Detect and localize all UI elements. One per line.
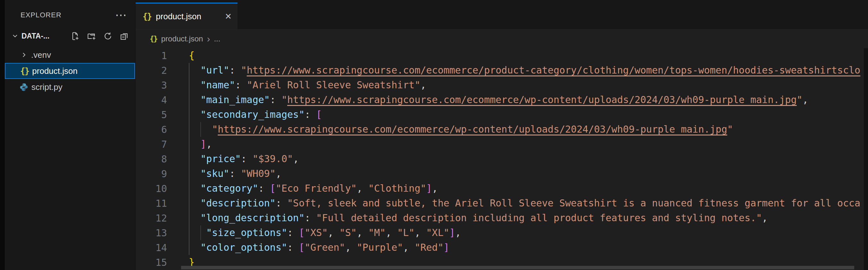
ellipsis-icon[interactable]: ⋯: [115, 12, 127, 18]
code-line: 13 "size_options": ["XS", "S", "M", "L",…: [135, 225, 868, 240]
line-number: 1: [135, 50, 167, 61]
json-file-icon: {}: [150, 35, 157, 43]
refresh-icon[interactable]: [103, 32, 112, 40]
code-line: 14 "color_options": ["Green", "Purple", …: [135, 240, 868, 255]
code-line: 9 "sku": "WH09",: [135, 166, 868, 181]
indent-guide: [189, 137, 189, 152]
line-number: 12: [135, 213, 167, 224]
code-editor[interactable]: 1{2 "url": "https://www.scrapingcourse.c…: [135, 48, 868, 270]
file-label: product.json: [32, 66, 78, 76]
breadcrumb-more[interactable]: ...: [214, 34, 220, 43]
code-line: 10 "category": ["Eco Friendly", "Clothin…: [135, 181, 868, 196]
line-number: 8: [135, 154, 167, 165]
chevron-right-icon: [20, 51, 28, 59]
json-file-icon: {}: [143, 11, 151, 21]
horizontal-scrollbar[interactable]: [181, 266, 854, 269]
indent-guide: [200, 225, 201, 240]
line-number: 13: [135, 227, 167, 239]
sidebar-item-venv[interactable]: .venv: [5, 47, 135, 63]
indent-guide: [189, 225, 189, 240]
workspace-name: DATA-...: [22, 32, 49, 40]
indent-guide: [189, 63, 189, 78]
indent-guide: [189, 107, 189, 122]
json-file-icon: {}: [20, 66, 29, 76]
folder-label: .venv: [31, 50, 51, 60]
collapse-all-icon[interactable]: [120, 32, 128, 40]
python-icon: [20, 83, 28, 91]
new-folder-icon[interactable]: [87, 32, 96, 40]
tab-label: product.json: [156, 11, 201, 22]
code-line: 11 "description": "Soft, sleek and subtl…: [135, 196, 868, 211]
code-line: 6 "https://www.scrapingcourse.com/ecomme…: [135, 122, 868, 137]
chevron-down-icon: [11, 32, 19, 40]
window-edge: [0, 0, 5, 270]
indent-guide: [189, 78, 189, 92]
file-tree: .venv {} product.json script.py: [5, 47, 135, 95]
line-number: 10: [135, 183, 167, 194]
indent-guide: [189, 240, 189, 255]
indent-guide: [189, 196, 189, 211]
indent-guide: [189, 122, 189, 137]
indent-guide: [189, 152, 189, 166]
breadcrumb-file[interactable]: product.json: [161, 34, 203, 43]
explorer-title: EXPLORER: [21, 11, 62, 19]
line-number: 6: [135, 124, 167, 135]
line-number: 3: [135, 80, 167, 91]
code-line: 8 "price": "$39.0",: [135, 152, 868, 166]
editor-region: {} product.json ✕ {} product.json › ... …: [135, 0, 868, 270]
folder-section-header[interactable]: DATA-...: [5, 28, 135, 44]
indent-guide: [189, 211, 189, 225]
code-line: 12 "long_description": "Full detailed de…: [135, 211, 868, 225]
indent-guide: [189, 92, 189, 107]
indent-guide: [189, 181, 189, 196]
code-line: 4 "main_image": "https://www.scrapingcou…: [135, 92, 868, 107]
close-icon[interactable]: ✕: [225, 11, 232, 22]
line-number: 7: [135, 139, 167, 150]
line-number: 9: [135, 168, 167, 180]
sidebar-item-product-json[interactable]: {} product.json: [5, 63, 135, 79]
indent-guide: [189, 166, 189, 181]
line-number: 15: [135, 257, 167, 268]
explorer-sidebar: EXPLORER ⋯ DATA-... .venv {} product.jso…: [5, 0, 135, 270]
chevron-right-icon: ›: [207, 35, 210, 43]
line-number: 11: [135, 198, 167, 209]
line-number: 2: [135, 65, 167, 76]
code-line: 1{: [135, 48, 868, 63]
line-number: 14: [135, 242, 167, 253]
code-line: 7 ],: [135, 137, 868, 152]
overview-ruler: [864, 48, 868, 270]
tab-bar: {} product.json ✕: [135, 0, 868, 30]
code-line: 3 "name": "Ariel Roll Sleeve Sweatshirt"…: [135, 78, 868, 92]
code-line: 5 "secondary_images": [: [135, 107, 868, 122]
code-line: 2 "url": "https://www.scrapingcourse.com…: [135, 63, 868, 78]
file-label: script.py: [31, 82, 62, 92]
tab-product-json[interactable]: {} product.json ✕: [135, 3, 238, 29]
sidebar-item-script-py[interactable]: script.py: [5, 79, 135, 95]
line-number: 5: [135, 109, 167, 120]
line-number: 4: [135, 94, 167, 106]
indent-guide: [200, 122, 201, 137]
new-file-icon[interactable]: [71, 32, 80, 40]
breadcrumb: {} product.json › ...: [135, 30, 868, 48]
